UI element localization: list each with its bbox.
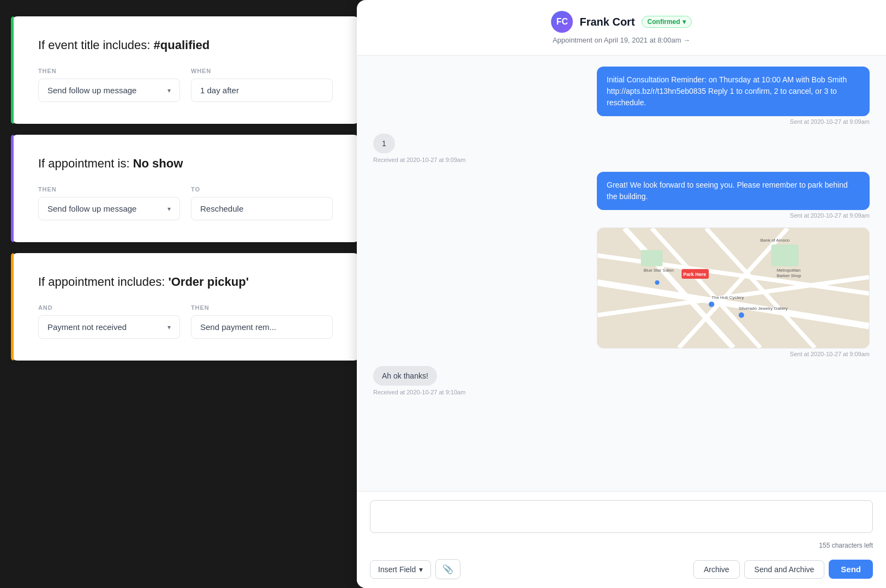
insert-field-button[interactable]: Insert Field ▾ — [370, 560, 431, 579]
rule-title-1: If event title includes: #qualified — [38, 38, 333, 52]
chat-input-area: 155 characters left Insert Field ▾ 📎 Arc… — [357, 491, 886, 588]
confirmed-badge[interactable]: Confirmed ▾ — [642, 16, 692, 28]
svg-point-19 — [739, 313, 744, 318]
svg-point-18 — [709, 302, 714, 307]
received-number-1: 1 — [373, 134, 395, 153]
message-time-sent-1: Sent at 2020-10-27 at 9:09am — [790, 118, 870, 125]
svg-text:Silverado Jewelry Gallery: Silverado Jewelry Gallery — [739, 306, 788, 311]
to-label-2: TO — [191, 186, 333, 193]
then-label-1: THEN — [38, 68, 180, 74]
attach-button[interactable]: 📎 — [435, 559, 460, 579]
map-container: Blue Star Salon Bank of Amoco Metropolit… — [597, 227, 870, 349]
message-bubble-sent-2: Great! We look forward to seeing you. Pl… — [597, 172, 870, 210]
chat-messages: Initial Consultation Reminder: on Thursd… — [357, 56, 886, 491]
received-group-1: 1 Received at 2020-10-27 at 9:09am — [373, 134, 870, 163]
received-group-2: Ah ok thanks! Received at 2020-10-27 at … — [373, 366, 870, 395]
then-value-3: Send payment rem... — [191, 315, 333, 339]
when-label-1: WHEN — [191, 68, 333, 74]
svg-text:Blue Star Salon: Blue Star Salon — [644, 268, 674, 273]
paperclip-icon: 📎 — [442, 564, 453, 574]
then-field-group-1: THEN Send follow up message ▾ — [38, 68, 180, 102]
to-value-2: Reschedule — [191, 197, 333, 220]
and-field-group-3: AND Payment not received ▾ — [38, 304, 180, 339]
toolbar-right: Archive Send and Archive Send — [693, 560, 873, 579]
rule-card-noshow: If appointment is: No show THEN Send fol… — [11, 135, 360, 242]
chevron-down-icon-insert: ▾ — [419, 565, 423, 574]
chevron-down-icon-confirmed: ▾ — [683, 18, 686, 26]
svg-text:The Hub Cyclery: The Hub Cyclery — [711, 295, 744, 300]
received-bubble-1: Ah ok thanks! — [373, 366, 437, 386]
appointment-info: Appointment on April 19, 2021 at 8:00am … — [553, 36, 690, 44]
then-field-group-3: THEN Send payment rem... — [191, 304, 333, 339]
message-sent-1: Initial Consultation Reminder: on Thursd… — [373, 67, 870, 125]
then-label-3: THEN — [191, 304, 333, 311]
chevron-down-icon: ▾ — [167, 87, 171, 94]
message-time-sent-2: Sent at 2020-10-27 at 9:09am — [790, 212, 870, 219]
archive-button[interactable]: Archive — [693, 560, 740, 579]
chat-header: FC Frank Cort Confirmed ▾ Appointment on… — [357, 0, 886, 56]
chevron-down-icon-2: ▾ — [167, 205, 171, 213]
rule-card-orderpickup: If appointment includes: 'Order pickup' … — [11, 253, 360, 361]
rule-title-2: If appointment is: No show — [38, 157, 333, 171]
received-time-1: Received at 2020-10-27 at 9:09am — [373, 157, 870, 163]
and-label-3: AND — [38, 304, 180, 311]
chat-input-wrapper — [357, 491, 886, 539]
message-bubble-sent-1: Initial Consultation Reminder: on Thursd… — [597, 67, 870, 116]
char-count: 155 characters left — [357, 539, 886, 554]
chat-header-top: FC Frank Cort Confirmed ▾ — [551, 11, 691, 33]
svg-text:Barber Shop: Barber Shop — [777, 273, 801, 278]
contact-name: Frank Cort — [579, 16, 634, 28]
left-panel: If event title includes: #qualified THEN… — [0, 0, 371, 588]
send-button[interactable]: Send — [829, 560, 873, 579]
rule-title-3: If appointment includes: 'Order pickup' — [38, 275, 333, 289]
svg-text:Metropolitan: Metropolitan — [777, 268, 801, 273]
map-time: Sent at 2020-10-27 at 9:09am — [790, 351, 870, 357]
toolbar-left: Insert Field ▾ 📎 — [370, 559, 460, 579]
then-field-group-2: THEN Send follow up message ▾ — [38, 186, 180, 220]
send-archive-button[interactable]: Send and Archive — [744, 560, 825, 579]
chevron-down-icon-3: ▾ — [167, 323, 171, 331]
and-dropdown-3[interactable]: Payment not received ▾ — [38, 315, 180, 339]
rule-fields-3: AND Payment not received ▾ THEN Send pay… — [38, 304, 333, 339]
when-value-1: 1 day after — [191, 79, 333, 102]
map-message: Blue Star Salon Bank of Amoco Metropolit… — [373, 227, 870, 357]
then-dropdown-1[interactable]: Send follow up message ▾ — [38, 79, 180, 102]
chat-panel: FC Frank Cort Confirmed ▾ Appointment on… — [357, 0, 886, 588]
when-field-group-1: WHEN 1 day after — [191, 68, 333, 102]
message-sent-2: Great! We look forward to seeing you. Pl… — [373, 172, 870, 219]
rule-card-qualified: If event title includes: #qualified THEN… — [11, 16, 360, 124]
svg-rect-9 — [771, 244, 799, 266]
svg-text:Park Here: Park Here — [683, 272, 706, 277]
message-input[interactable] — [370, 500, 873, 533]
then-dropdown-2[interactable]: Send follow up message ▾ — [38, 197, 180, 220]
received-time-2: Received at 2020-10-27 at 9:10am — [373, 389, 870, 395]
rule-fields-1: THEN Send follow up message ▾ WHEN 1 day… — [38, 68, 333, 102]
chat-toolbar: Insert Field ▾ 📎 Archive Send and Archiv… — [357, 554, 886, 588]
rule-fields-2: THEN Send follow up message ▾ TO Resched… — [38, 186, 333, 220]
svg-point-20 — [655, 280, 660, 285]
map-visual: Blue Star Salon Bank of Amoco Metropolit… — [597, 228, 869, 348]
svg-text:Bank of Amoco: Bank of Amoco — [761, 238, 790, 243]
to-field-group-2: TO Reschedule — [191, 186, 333, 220]
then-label-2: THEN — [38, 186, 180, 193]
avatar: FC — [551, 11, 573, 33]
svg-rect-8 — [641, 250, 663, 266]
